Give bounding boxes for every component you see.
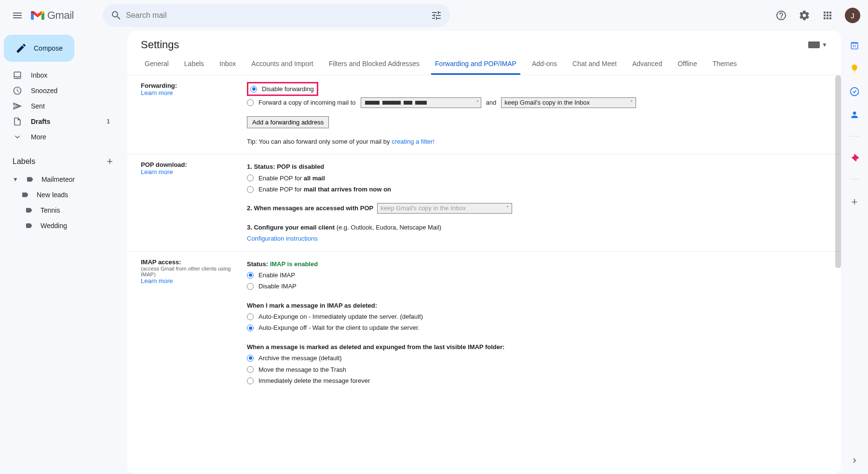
forward-action-select[interactable]: keep Gmail's copy in the Inbox bbox=[501, 97, 636, 108]
sidebar-item-sent[interactable]: Sent bbox=[0, 98, 116, 114]
label-text: Mailmeteor bbox=[41, 176, 75, 183]
imap-status-value: IMAP is enabled bbox=[270, 260, 318, 268]
enable-forwarding-radio[interactable] bbox=[247, 99, 254, 106]
archive-radio[interactable] bbox=[247, 355, 254, 362]
forwarding-label: Forwarding: bbox=[141, 82, 247, 89]
add-forwarding-address-button[interactable]: Add a forwarding address bbox=[247, 116, 329, 128]
forward-copy-label: Forward a copy of incoming mail to bbox=[258, 97, 356, 108]
tab-chat-and-meet[interactable]: Chat and Meet bbox=[569, 54, 621, 75]
tab-forwarding-and-pop-imap[interactable]: Forwarding and POP/IMAP bbox=[431, 54, 520, 75]
support-button[interactable] bbox=[772, 6, 791, 25]
settings-button[interactable] bbox=[795, 6, 814, 25]
forward-address-select[interactable] bbox=[361, 97, 481, 108]
tab-inbox[interactable]: Inbox bbox=[216, 54, 240, 75]
scrollbar-thumb[interactable] bbox=[835, 75, 841, 268]
tab-labels[interactable]: Labels bbox=[180, 54, 208, 75]
pop-action-select[interactable]: keep Gmail's copy in the Inbox bbox=[377, 203, 512, 214]
pop-learn-more-link[interactable]: Learn more bbox=[141, 168, 247, 176]
compose-button[interactable]: Compose bbox=[4, 35, 74, 62]
imap-section: IMAP access: (access Gmail from other cl… bbox=[127, 252, 841, 393]
search-options-button[interactable] bbox=[427, 6, 446, 25]
chevron-down-icon bbox=[13, 132, 22, 142]
nav-label: Drafts bbox=[31, 118, 50, 125]
gmail-logo[interactable]: Gmail bbox=[31, 9, 74, 22]
compose-label: Compose bbox=[34, 44, 63, 52]
pop-config-instructions-link[interactable]: Configuration instructions bbox=[247, 235, 318, 242]
hide-sidepanel-button[interactable] bbox=[847, 453, 862, 468]
help-icon bbox=[775, 10, 787, 21]
pop-section: POP download: Learn more 1. Status: POP … bbox=[127, 154, 841, 251]
search-input[interactable] bbox=[126, 11, 427, 20]
tasks-icon[interactable] bbox=[850, 87, 859, 96]
dropdown-caret-icon: ▼ bbox=[822, 41, 827, 48]
search-bar bbox=[103, 4, 450, 27]
label-item-mailmeteor[interactable]: ▼ Mailmeteor bbox=[0, 172, 123, 187]
delete-forever-radio[interactable] bbox=[247, 378, 254, 384]
imap-sublabel: (access Gmail from other clients using I… bbox=[141, 266, 247, 277]
expunge-off-radio[interactable] bbox=[247, 325, 254, 331]
tune-icon bbox=[431, 10, 442, 21]
tab-themes[interactable]: Themes bbox=[708, 54, 741, 75]
enable-imap-radio[interactable] bbox=[247, 272, 254, 279]
disable-forwarding-radio[interactable] bbox=[250, 86, 257, 93]
chevron-right-icon bbox=[850, 456, 859, 465]
gear-icon bbox=[799, 10, 810, 21]
account-avatar[interactable]: J bbox=[845, 8, 860, 23]
input-tools-button[interactable]: ▼ bbox=[808, 41, 827, 48]
side-panel: 31 + bbox=[841, 31, 868, 474]
labels-header: Labels + bbox=[0, 145, 123, 172]
sidebar-item-snoozed[interactable]: Snoozed bbox=[0, 83, 116, 98]
send-icon bbox=[13, 101, 22, 111]
pop-all-mail-radio[interactable] bbox=[247, 175, 254, 181]
settings-tabs: GeneralLabelsInboxAccounts and ImportFil… bbox=[127, 54, 841, 75]
creating-filter-link[interactable]: creating a filter! bbox=[392, 138, 434, 145]
pop-label: POP download: bbox=[141, 161, 247, 168]
sidepanel-divider bbox=[850, 179, 859, 179]
and-text: and bbox=[486, 97, 497, 108]
sidebar-item-more[interactable]: More bbox=[0, 129, 116, 145]
expunge-on-radio[interactable] bbox=[247, 313, 254, 320]
label-text: New leads bbox=[37, 191, 68, 199]
pop-when-accessed-label: 2. When messages are accessed with POP bbox=[247, 203, 373, 214]
contacts-icon[interactable] bbox=[850, 110, 859, 120]
forwarding-learn-more-link[interactable]: Learn more bbox=[141, 89, 247, 96]
move-trash-radio[interactable] bbox=[247, 366, 254, 373]
gmail-brand-text: Gmail bbox=[47, 9, 74, 22]
app-header: Gmail J bbox=[0, 0, 868, 31]
label-icon bbox=[25, 222, 33, 230]
search-icon-button[interactable] bbox=[107, 6, 126, 25]
sidebar-item-drafts[interactable]: Drafts 1 bbox=[0, 114, 116, 129]
svg-text:31: 31 bbox=[853, 44, 856, 48]
settings-body: Forwarding: Learn more Disable forwardin… bbox=[127, 75, 841, 460]
get-addons-button[interactable]: + bbox=[852, 196, 858, 208]
header-actions: J bbox=[772, 6, 864, 25]
add-label-button[interactable]: + bbox=[107, 155, 113, 168]
tab-filters-and-blocked-addresses[interactable]: Filters and Blocked Addresses bbox=[325, 54, 423, 75]
calendar-icon[interactable]: 31 bbox=[850, 41, 859, 50]
label-item-wedding[interactable]: Wedding bbox=[0, 218, 123, 233]
disable-forwarding-highlight: Disable forwarding bbox=[247, 82, 318, 96]
apps-icon bbox=[822, 10, 833, 21]
nav-label: Inbox bbox=[31, 71, 47, 79]
tab-advanced[interactable]: Advanced bbox=[628, 54, 666, 75]
tab-offline[interactable]: Offline bbox=[674, 54, 701, 75]
forwarding-tip-text: Tip: You can also forward only some of y… bbox=[247, 138, 392, 145]
chevron-down-icon[interactable]: ▼ bbox=[13, 176, 18, 183]
tab-add-ons[interactable]: Add-ons bbox=[528, 54, 561, 75]
main-menu-button[interactable] bbox=[6, 4, 29, 27]
label-item-tennis[interactable]: Tennis bbox=[0, 203, 123, 218]
clock-icon bbox=[13, 86, 22, 95]
tab-accounts-and-import[interactable]: Accounts and Import bbox=[247, 54, 317, 75]
sidebar-item-inbox[interactable]: Inbox bbox=[0, 68, 116, 83]
drafts-count: 1 bbox=[107, 118, 110, 125]
tab-general[interactable]: General bbox=[141, 54, 173, 75]
pop-from-now-radio[interactable] bbox=[247, 186, 254, 193]
label-item-new-leads[interactable]: New leads bbox=[0, 187, 123, 203]
mailmeteor-addon-icon[interactable] bbox=[850, 153, 859, 163]
google-apps-button[interactable] bbox=[818, 6, 837, 25]
keep-icon[interactable] bbox=[850, 64, 859, 73]
label-text: Wedding bbox=[41, 222, 67, 230]
disable-imap-radio[interactable] bbox=[247, 283, 254, 290]
inbox-icon bbox=[13, 70, 22, 80]
imap-learn-more-link[interactable]: Learn more bbox=[141, 277, 247, 284]
